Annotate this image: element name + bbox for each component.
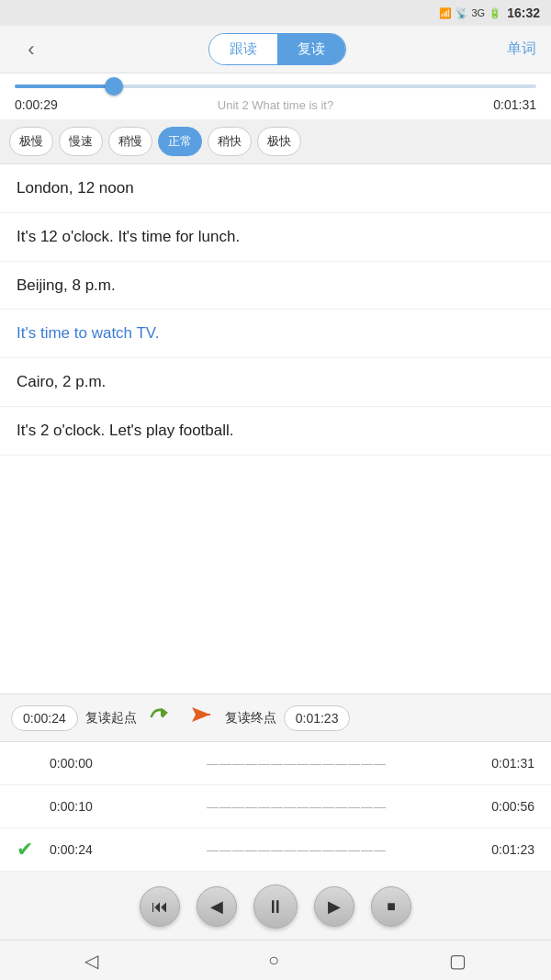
- progress-track[interactable]: [15, 84, 536, 88]
- battery-icon: 🔋: [489, 7, 501, 19]
- stop-button[interactable]: ■: [371, 886, 411, 927]
- content-line-6: It's 2 o'clock. Let's play football.: [0, 407, 551, 456]
- status-time: 16:32: [507, 6, 540, 20]
- progress-area: 0:00:29 Unit 2 What time is it? 0:01:31: [0, 73, 551, 119]
- pause-button[interactable]: ⏸: [253, 884, 298, 929]
- speed-normal[interactable]: 正常: [158, 127, 202, 156]
- dashes-2: ——————————————: [132, 800, 461, 814]
- current-time: 0:00:29: [15, 97, 58, 112]
- check-icon-2: ✔: [17, 794, 50, 818]
- pause-icon: ⏸: [266, 896, 285, 918]
- mode-tabs: 跟读 复读: [208, 33, 346, 65]
- check-icon-3: ✔: [17, 838, 50, 862]
- time-list-row-1: ✔ 0:00:00 —————————————— 0:01:31: [0, 742, 551, 785]
- bottom-panel: 0:00:24 复读起点 复读终点 0:01:23 ✔ 0:00:00 ————…: [0, 693, 551, 940]
- content-line-5: Cairo, 2 p.m.: [0, 358, 551, 407]
- arrow-green-icon[interactable]: [148, 704, 174, 732]
- dashes-3: ——————————————: [132, 843, 461, 857]
- speed-very-fast[interactable]: 极快: [257, 127, 301, 156]
- repeat-range-row: 0:00:24 复读起点 复读终点 0:01:23: [0, 694, 551, 742]
- time-list: ✔ 0:00:00 —————————————— 0:01:31 ✔ 0:00:…: [0, 742, 551, 872]
- time-list-row-3[interactable]: ✔ 0:00:24 —————————————— 0:01:23: [0, 828, 551, 872]
- repeat-end-label: 复读终点: [225, 710, 276, 727]
- signal-icons: 📶 📡 3G 🔋: [439, 7, 502, 19]
- signal-3g: 3G: [472, 7, 486, 18]
- nav-menu-icon[interactable]: ▢: [449, 950, 467, 972]
- content-line-1: London, 12 noon: [0, 164, 551, 213]
- bird-orange-icon[interactable]: [188, 704, 214, 732]
- top-nav: ‹ 跟读 复读 单词: [0, 26, 551, 73]
- speed-bar: 极慢 慢速 稍慢 正常 稍快 极快: [0, 119, 551, 164]
- stop-icon: ■: [387, 898, 396, 915]
- tab-follow-read[interactable]: 跟读: [209, 34, 277, 64]
- time-start-1: 0:00:00: [50, 756, 132, 771]
- prev-button[interactable]: ◀: [197, 886, 237, 927]
- repeat-end-time[interactable]: 0:01:23: [284, 705, 351, 731]
- progress-thumb[interactable]: [105, 77, 123, 96]
- time-start-2: 0:00:10: [50, 799, 132, 814]
- content-line-3: Beijing, 8 p.m.: [0, 262, 551, 310]
- speed-somewhat-slow[interactable]: 稍慢: [108, 127, 152, 156]
- rewind-icon: ⏮: [152, 897, 168, 917]
- back-button[interactable]: ‹: [15, 38, 48, 62]
- speed-very-slow[interactable]: 极慢: [9, 127, 53, 156]
- time-end-3: 0:01:23: [461, 842, 534, 857]
- time-end-1: 0:01:31: [461, 756, 534, 771]
- content-line-4: It's time to watch TV.: [0, 310, 551, 358]
- time-list-row-2: ✔ 0:00:10 —————————————— 0:00:56: [0, 785, 551, 828]
- tab-repeat-read[interactable]: 复读: [277, 34, 345, 64]
- time-start-3: 0:00:24: [50, 842, 132, 857]
- unit-title: Unit 2 What time is it?: [58, 98, 494, 112]
- dashes-1: ——————————————: [132, 757, 461, 771]
- content-line-2: It's 12 o'clock. It's time for lunch.: [0, 213, 551, 262]
- nav-back-icon[interactable]: ◁: [84, 950, 98, 972]
- check-icon-1: ✔: [17, 751, 50, 775]
- time-end-2: 0:00:56: [461, 799, 534, 814]
- wifi-icon: 📡: [455, 7, 468, 19]
- repeat-start-time[interactable]: 0:00:24: [11, 705, 78, 731]
- bottom-nav: ◁ ○ ▢: [0, 940, 551, 980]
- content-area: London, 12 noon It's 12 o'clock. It's ti…: [0, 164, 551, 693]
- rewind-button[interactable]: ⏮: [140, 886, 180, 927]
- prev-icon: ◀: [210, 896, 223, 917]
- player-controls: ⏮ ◀ ⏸ ▶ ■: [0, 872, 551, 940]
- phone-icon: 📶: [439, 7, 452, 19]
- next-icon: ▶: [328, 896, 341, 917]
- total-time: 0:01:31: [493, 97, 536, 112]
- time-row: 0:00:29 Unit 2 What time is it? 0:01:31: [15, 94, 536, 116]
- status-bar: 📶 📡 3G 🔋 16:32: [0, 0, 551, 26]
- speed-slow[interactable]: 慢速: [59, 127, 103, 156]
- speed-somewhat-fast[interactable]: 稍快: [208, 127, 252, 156]
- repeat-start-label: 复读起点: [85, 710, 137, 727]
- next-button[interactable]: ▶: [314, 886, 354, 927]
- progress-fill: [15, 84, 114, 88]
- vocab-button[interactable]: 单词: [507, 39, 536, 59]
- nav-home-icon[interactable]: ○: [268, 950, 279, 971]
